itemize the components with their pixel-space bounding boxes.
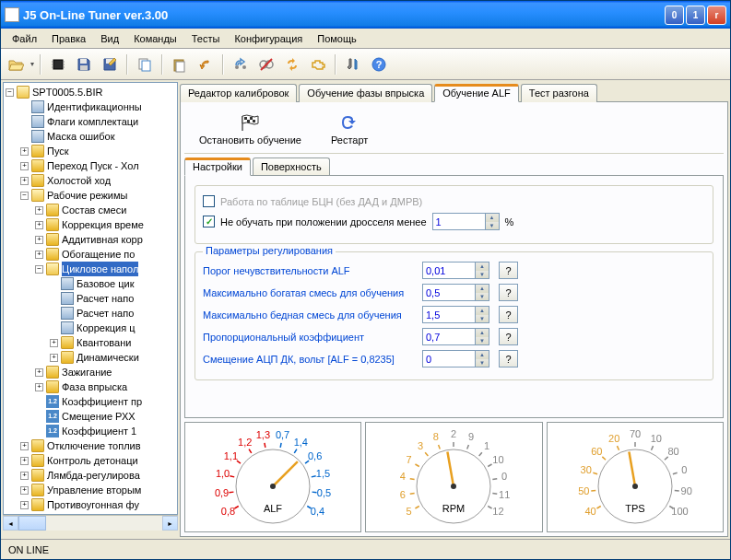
tree-item[interactable]: +Аддитивная корр bbox=[6, 232, 175, 247]
tab-0[interactable]: Редактор калибровок bbox=[180, 84, 297, 102]
param-input[interactable] bbox=[423, 307, 475, 322]
param-spinner[interactable]: ▲▼ bbox=[422, 328, 489, 345]
tree-item[interactable]: +Зажигание bbox=[6, 365, 175, 379]
svg-line-32 bbox=[237, 461, 241, 463]
param-spinner[interactable]: ▲▼ bbox=[422, 306, 489, 323]
copy-icon[interactable] bbox=[134, 53, 156, 76]
help-button[interactable]: ? bbox=[499, 284, 518, 301]
throttle-spinner[interactable]: ▲▼ bbox=[432, 213, 500, 230]
param-input[interactable] bbox=[423, 329, 475, 344]
tree-item[interactable]: Идентификационны bbox=[6, 99, 175, 114]
help-icon[interactable]: ? bbox=[368, 53, 390, 76]
paste-icon[interactable] bbox=[169, 53, 191, 76]
param-spinner[interactable]: ▲▼ bbox=[422, 262, 489, 279]
tree-item[interactable]: −Рабочие режимы bbox=[6, 188, 175, 203]
tree-item[interactable]: +Контроль детонаци bbox=[6, 453, 175, 468]
tree-view[interactable]: −SPT0005.5.BIRИдентификационныФлаги комп… bbox=[3, 82, 178, 515]
open-icon[interactable] bbox=[5, 53, 27, 76]
close-button[interactable]: r bbox=[707, 6, 726, 25]
tree-item[interactable]: +Противоугонная фу bbox=[6, 497, 175, 512]
param-spinner[interactable]: ▲▼ bbox=[422, 284, 489, 301]
restart-button[interactable]: Рестарт bbox=[325, 108, 373, 151]
svg-text:1,0: 1,0 bbox=[216, 468, 230, 479]
menu-Конфигурация[interactable]: Конфигурация bbox=[227, 31, 310, 46]
tree-item[interactable]: +Квантовани bbox=[6, 335, 175, 350]
param-spinner[interactable]: ▲▼ bbox=[422, 350, 489, 368]
tree-item[interactable]: Расчет напо bbox=[6, 306, 175, 321]
minimize-button[interactable]: 0 bbox=[665, 6, 684, 25]
help-button[interactable]: ? bbox=[499, 262, 518, 279]
param-input[interactable] bbox=[423, 262, 475, 278]
svg-line-106 bbox=[629, 452, 635, 486]
tree-item[interactable]: +Отключение топлив bbox=[6, 438, 175, 453]
tree-item[interactable]: −Цикловое напол bbox=[6, 262, 175, 276]
tree-item[interactable]: 1.2Смещение РХХ bbox=[6, 409, 175, 424]
menu-Правка[interactable]: Правка bbox=[44, 31, 93, 46]
tools-icon[interactable] bbox=[342, 53, 364, 76]
help-button[interactable]: ? bbox=[499, 306, 518, 323]
menu-Вид[interactable]: Вид bbox=[93, 31, 126, 46]
tree-item[interactable]: +Фаза впрыска bbox=[6, 379, 175, 394]
save-as-icon[interactable] bbox=[99, 53, 121, 76]
disconnect-icon[interactable] bbox=[255, 53, 277, 76]
tree-item[interactable]: Расчет напо bbox=[6, 291, 175, 306]
bcn-label: Работа по таблице БЦН (без ДАД и ДМРВ) bbox=[220, 196, 422, 207]
throttle-input[interactable] bbox=[433, 214, 485, 229]
restart-label: Рестарт bbox=[331, 134, 368, 146]
menu-Команды[interactable]: Команды bbox=[126, 31, 184, 46]
tree-item[interactable]: 1.2Коэффициент 1 bbox=[6, 424, 175, 438]
tree-item[interactable]: +Состав смеси bbox=[6, 203, 175, 217]
connect-icon[interactable] bbox=[230, 53, 252, 76]
stop-learning-label: Остановить обучение bbox=[199, 134, 301, 146]
chip-icon[interactable] bbox=[47, 53, 69, 76]
menu-Помощь[interactable]: Помощь bbox=[310, 31, 364, 46]
sync-icon[interactable] bbox=[281, 53, 303, 76]
tree-item[interactable]: Базовое цик bbox=[6, 276, 175, 291]
tree-item[interactable]: Маска ошибок bbox=[6, 129, 175, 144]
param-input[interactable] bbox=[423, 351, 475, 367]
tree-item[interactable]: Флаги комплектаци bbox=[6, 114, 175, 129]
bcn-checkbox[interactable] bbox=[203, 195, 215, 207]
tree-item[interactable]: +Коррекция време bbox=[6, 217, 175, 232]
menu-Тесты[interactable]: Тесты bbox=[184, 31, 228, 46]
tab-3[interactable]: Тест разгона bbox=[521, 84, 597, 102]
tree-item[interactable]: +Обогащение по bbox=[6, 247, 175, 262]
subtab-1[interactable]: Поверхность bbox=[253, 158, 330, 176]
undo-icon[interactable] bbox=[195, 53, 217, 76]
maximize-button[interactable]: 1 bbox=[686, 6, 705, 25]
tree-item[interactable]: +Пуск bbox=[6, 144, 175, 158]
menu-Файл[interactable]: Файл bbox=[5, 31, 44, 46]
stop-learning-button[interactable]: Остановить обучение bbox=[194, 108, 307, 151]
tab-2[interactable]: Обучение ALF bbox=[434, 84, 519, 102]
tree-item[interactable]: +Управление вторым bbox=[6, 483, 175, 497]
engine-icon[interactable] bbox=[307, 53, 329, 76]
tree-item[interactable]: 1.2Коэффициент пр bbox=[6, 394, 175, 409]
title-bar[interactable]: J5 On-Line Tuner ver.3.00 0 1 r bbox=[1, 1, 730, 29]
gauges-panel: 0,80,91,01,11,21,30,71,40,61,50,50,4ALF5… bbox=[184, 422, 724, 532]
tree-item[interactable]: +Холостой ход bbox=[6, 173, 175, 188]
svg-line-28 bbox=[230, 492, 234, 493]
help-button[interactable]: ? bbox=[499, 328, 518, 345]
tree-item[interactable]: +Лямбда-регулирова bbox=[6, 468, 175, 483]
svg-line-60 bbox=[416, 464, 419, 467]
svg-text:0,5: 0,5 bbox=[317, 487, 331, 498]
svg-text:30: 30 bbox=[580, 464, 591, 475]
help-button[interactable]: ? bbox=[499, 350, 518, 368]
tree-item[interactable]: Коррекция ц bbox=[6, 321, 175, 335]
tree-item[interactable]: +Переход Пуск - Хол bbox=[6, 158, 175, 173]
svg-line-76 bbox=[493, 493, 498, 494]
svg-point-51 bbox=[270, 484, 276, 489]
param-input[interactable] bbox=[423, 285, 475, 300]
tree-scrollbar[interactable]: ◄► bbox=[3, 515, 178, 531]
svg-text:0,8: 0,8 bbox=[221, 506, 235, 517]
svg-line-90 bbox=[602, 457, 606, 460]
svg-line-96 bbox=[651, 446, 653, 450]
throttle-checkbox[interactable] bbox=[203, 216, 215, 228]
subtab-0[interactable]: Настройки bbox=[184, 158, 251, 176]
save-icon[interactable] bbox=[73, 53, 95, 76]
svg-text:10: 10 bbox=[650, 433, 661, 444]
tab-1[interactable]: Обучение фазы впрыска bbox=[299, 84, 432, 102]
svg-point-81 bbox=[451, 484, 456, 489]
checkered-flag-icon bbox=[240, 114, 260, 133]
tree-item[interactable]: +Динамически bbox=[6, 350, 175, 365]
